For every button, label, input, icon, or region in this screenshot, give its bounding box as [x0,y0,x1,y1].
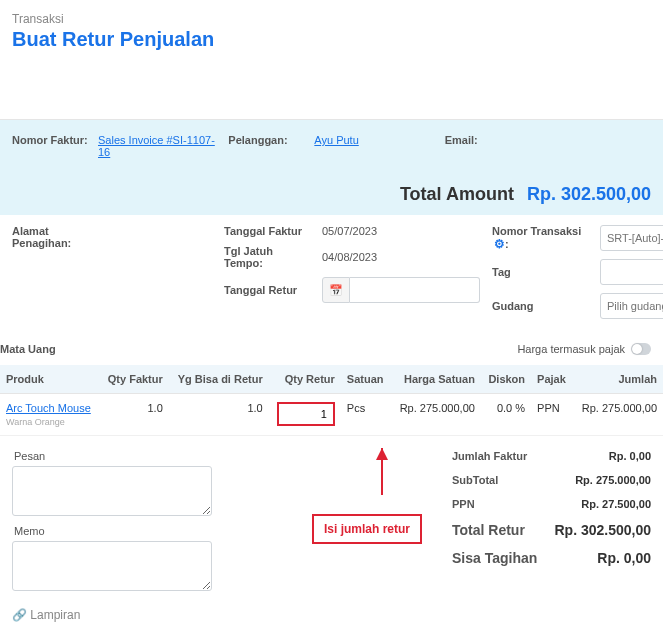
invoice-number-link[interactable]: Sales Invoice #SI-1107-16 [98,134,218,158]
total-amount-label: Total Amount [400,184,514,204]
transaction-number-input[interactable] [600,225,663,251]
product-variant: Warna Orange [6,417,65,427]
header-panel: Nomor Faktur: Sales Invoice #SI-1107-16 … [0,120,663,215]
email-label: Email: [445,134,525,146]
invoice-date-value: 05/07/2023 [322,225,377,237]
warehouse-select[interactable] [600,293,663,319]
return-date-input[interactable] [350,277,480,303]
summary-ppn-label: PPN [452,498,475,510]
col-qty-can-return: Yg Bisa di Retur [169,365,269,394]
due-date-value: 04/08/2023 [322,251,377,263]
col-unit: Satuan [341,365,391,394]
price-includes-tax-label: Harga termasuk pajak [517,343,625,355]
cell-discount: 0.0 % [481,394,531,436]
qty-return-input[interactable] [277,402,335,426]
summary-subtotal-label: SubTotal [452,474,498,486]
col-product: Produk [0,365,100,394]
gear-icon[interactable]: ⚙ [494,237,505,251]
tag-label: Tag [492,266,592,278]
summary-remaining-value: Rp. 0,00 [551,550,651,566]
col-qty-invoice: Qty Faktur [100,365,169,394]
invoice-date-label: Tanggal Faktur [224,225,314,237]
cell-qty-invoice: 1.0 [100,394,169,436]
message-label: Pesan [14,450,292,462]
col-unit-price: Harga Satuan [391,365,481,394]
col-qty-return: Qty Retur [269,365,341,394]
cell-tax: PPN [531,394,573,436]
table-row: Arc Touch Mouse Warna Orange 1.0 1.0 Pcs… [0,394,663,436]
product-link[interactable]: Arc Touch Mouse [6,402,94,415]
currency-label: Mata Uang [0,343,56,355]
billing-address-label: Alamat Penagihan: [12,225,102,249]
summary-ppn-value: Rp. 27.500,00 [551,498,651,510]
price-includes-tax-toggle[interactable] [631,343,651,355]
line-items-table: Produk Qty Faktur Yg Bisa di Retur Qty R… [0,365,663,436]
calendar-icon[interactable]: 📅 [322,277,350,303]
transaction-number-label: Nomor Transaksi ⚙: [492,225,592,251]
cell-unit-price: Rp. 275.000,00 [391,394,481,436]
summary-remaining-label: Sisa Tagihan [452,550,537,566]
cell-amount: Rp. 275.000,00 [573,394,663,436]
tag-input[interactable] [600,259,663,285]
memo-textarea[interactable] [12,541,212,591]
summary-total-return-value: Rp. 302.500,00 [551,522,651,538]
col-amount: Jumlah [573,365,663,394]
customer-label: Pelanggan: [228,134,308,146]
memo-label: Memo [14,525,292,537]
due-date-label: Tgl Jatuh Tempo: [224,245,314,269]
summary-invoice-total-label: Jumlah Faktur [452,450,527,462]
page-title: Buat Retur Penjualan [12,28,651,51]
breadcrumb: Transaksi [12,12,651,26]
invoice-number-label: Nomor Faktur: [12,134,92,146]
annotation-callout: Isi jumlah retur [312,514,422,544]
summary-invoice-total-value: Rp. 0,00 [551,450,651,462]
attachment-label: Lampiran [12,608,80,622]
col-tax: Pajak [531,365,573,394]
cell-qty-can-return: 1.0 [169,394,269,436]
summary-subtotal-value: Rp. 275.000,00 [551,474,651,486]
return-date-label: Tanggal Retur [224,284,314,296]
col-discount: Diskon [481,365,531,394]
cell-unit: Pcs [341,394,391,436]
warehouse-label: Gudang [492,300,592,312]
summary-total-return-label: Total Retur [452,522,525,538]
message-textarea[interactable] [12,466,212,516]
customer-link[interactable]: Ayu Putu [314,134,358,146]
total-amount-value: Rp. 302.500,00 [527,184,651,204]
